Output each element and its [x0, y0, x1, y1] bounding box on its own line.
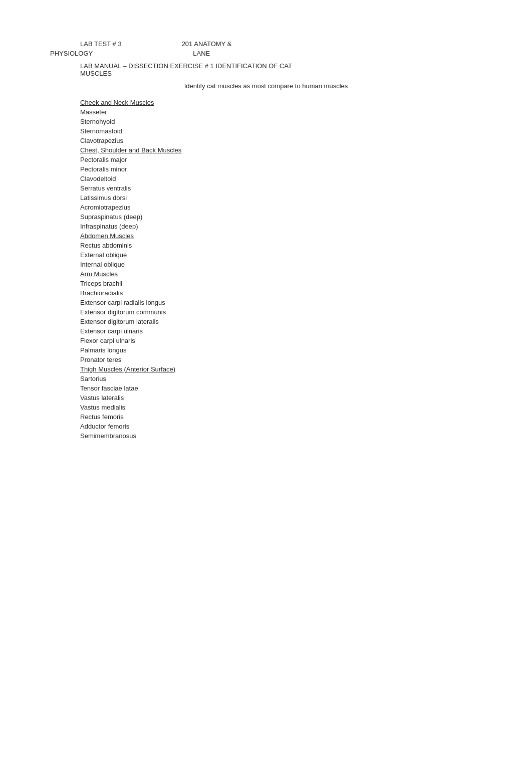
- section-heading-4: Thigh Muscles (Anterior Surface): [80, 365, 482, 373]
- instructor-label: LANE: [193, 50, 210, 57]
- muscle-item-3-3: Extensor digitorum communis: [80, 308, 482, 316]
- muscle-item-1-3: Serratus ventralis: [80, 184, 482, 192]
- section-heading-0: Cheek and Neck Muscles: [80, 99, 482, 106]
- muscle-item-4-4: Rectus femoris: [80, 413, 482, 421]
- muscle-item-3-5: Extensor carpi ulnaris: [80, 327, 482, 335]
- section-heading-1: Chest, Shoulder and Back Muscles: [80, 146, 482, 154]
- muscle-item-0-1: Sternohyoid: [80, 118, 482, 125]
- lab-manual-line2: MUSCLES: [80, 70, 112, 77]
- subject-label: PHYSIOLOGY: [50, 50, 93, 57]
- muscle-item-2-2: Internal oblique: [80, 261, 482, 268]
- course-label: 201 ANATOMY &: [182, 40, 232, 48]
- muscle-item-1-4: Latissimus dorsi: [80, 194, 482, 202]
- muscle-item-3-6: Flexor carpi ulnaris: [80, 337, 482, 344]
- muscle-item-1-0: Pectoralis major: [80, 156, 482, 163]
- muscle-item-3-1: Brachioradialis: [80, 289, 482, 297]
- muscle-item-4-0: Sartorius: [80, 375, 482, 382]
- section-heading-3: Arm Muscles: [80, 270, 482, 278]
- lab-manual-line1: LAB MANUAL – DISSECTION EXERCISE # 1 IDE…: [80, 62, 292, 70]
- muscle-item-0-3: Clavotrapezius: [80, 137, 482, 144]
- muscle-item-1-2: Clavodeltoid: [80, 175, 482, 182]
- muscle-item-2-0: Rectus abdominis: [80, 242, 482, 249]
- muscle-item-4-6: Semimembranosus: [80, 432, 482, 440]
- muscle-item-3-8: Pronator teres: [80, 356, 482, 363]
- muscle-item-1-6: Supraspinatus (deep): [80, 213, 482, 221]
- muscle-item-0-2: Sternomastoid: [80, 127, 482, 135]
- muscle-item-2-1: External oblique: [80, 251, 482, 259]
- muscle-item-1-1: Pectoralis minor: [80, 165, 482, 173]
- muscle-item-3-0: Triceps brachii: [80, 280, 482, 287]
- muscle-item-3-2: Extensor carpi radialis longus: [80, 299, 482, 306]
- lab-test-label: LAB TEST # 3: [80, 40, 122, 48]
- subtitle-text: Identify cat muscles as most compare to …: [184, 82, 348, 90]
- section-heading-2: Abdomen Muscles: [80, 232, 482, 240]
- muscle-item-4-2: Vastus lateralis: [80, 394, 482, 402]
- muscle-item-3-7: Palmaris longus: [80, 346, 482, 354]
- muscle-item-4-1: Tensor fasciae latae: [80, 384, 482, 392]
- muscle-item-4-5: Adductor femoris: [80, 423, 482, 430]
- muscle-item-1-5: Acromiotrapezius: [80, 204, 482, 211]
- muscle-item-1-7: Infraspinatus (deep): [80, 223, 482, 230]
- muscle-item-4-3: Vastus medialis: [80, 404, 482, 411]
- muscle-item-0-0: Masseter: [80, 108, 482, 116]
- muscle-item-3-4: Extensor digitorum lateralis: [80, 318, 482, 325]
